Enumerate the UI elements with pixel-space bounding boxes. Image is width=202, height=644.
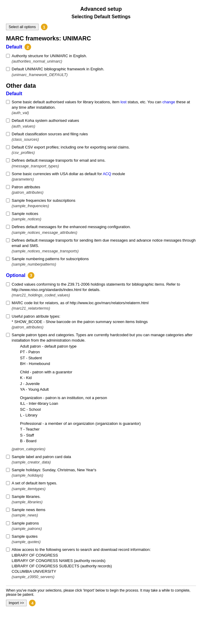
patron-group-adult: Adult patron - default patron type PT - …	[20, 343, 196, 367]
other-default-item-3: Default classification sources and filin…	[6, 131, 196, 142]
optional-item-5: Sample holidays: Sunday, Christmas, New …	[6, 467, 196, 478]
optional-item-7: Sample libraries. (sample_libraries)	[6, 494, 196, 505]
optional-item-3: Useful patron atribute types:* SHOW_BCOD…	[6, 314, 196, 330]
page-subtitle: Selecting Default Settings	[6, 14, 196, 19]
patron-group-organization: Organization - patron is an institution,…	[20, 395, 196, 418]
other-section: Other data Default Some basic default au…	[6, 82, 196, 580]
optional-item-10: Sample quotes (sample_quotes)	[6, 534, 196, 545]
optional-cb-8[interactable]	[6, 508, 10, 512]
other-default-item-6: Some basic currencies with USA dollar as…	[6, 171, 196, 182]
patron-group-child: Child - patron with a guarantor K - Kid …	[20, 369, 196, 393]
optional-cb-2[interactable]	[6, 301, 10, 305]
optional-cb-5[interactable]	[6, 468, 10, 472]
marc-checkbox-1[interactable]	[6, 54, 10, 58]
other-default-item-4: Default CSV export profiles; including o…	[6, 145, 196, 155]
other-default-item-9: Sample notices (sample_notices)	[6, 211, 196, 222]
other-section-title: Other data	[6, 82, 196, 89]
other-default-cb-11[interactable]	[6, 238, 10, 242]
other-default-item-1: Some basic default authorised values for…	[6, 99, 196, 116]
other-default-cb-3[interactable]	[6, 132, 10, 136]
optional-cb-3[interactable]	[6, 314, 10, 318]
other-default-cb-6[interactable]	[6, 172, 10, 176]
optional-cb-6[interactable]	[6, 481, 10, 485]
other-default-item-10: Defines default messages for the enhance…	[6, 224, 196, 235]
optional-cb-patron-categories[interactable]	[6, 333, 10, 337]
marc-item-1-italic: (authorities_normal_unimarc)	[12, 59, 62, 63]
import-button[interactable]: Import >>	[6, 600, 27, 606]
badge-3: 3	[28, 272, 34, 279]
select-all-row: Select all options 1	[6, 24, 196, 30]
other-subsection-optional: Optional 3	[6, 272, 196, 279]
other-default-cb-1[interactable]	[6, 100, 10, 104]
other-default-cb-8[interactable]	[6, 198, 10, 202]
optional-cb-9[interactable]	[6, 521, 10, 525]
marc-section: MARC frameworks: UNIMARC Default 2 Autho…	[6, 35, 196, 78]
optional-cb-11[interactable]	[6, 548, 10, 551]
other-default-cb-7[interactable]	[6, 185, 10, 189]
optional-cb-10[interactable]	[6, 534, 10, 538]
optional-item-patron-categories: Sample patron types and categories. Type…	[6, 332, 196, 452]
marc-item-1-text: Authority structure for UNIMARC in Engli…	[12, 54, 87, 58]
optional-item-6: A set of default item types. (sample_ite…	[6, 481, 196, 491]
select-all-button[interactable]: Select all options	[6, 24, 39, 30]
optional-item-1: Coded values conforming to the Z39.71-20…	[6, 282, 196, 298]
marc-checkbox-2[interactable]	[6, 67, 10, 71]
marc-item-2-text: Default UNIMARC bibliographic framework …	[12, 67, 104, 71]
footer-note: When you've made your selections, please…	[6, 586, 196, 597]
other-default-cb-2[interactable]	[6, 119, 10, 122]
optional-item-9: Sample patrons (sample_patrons)	[6, 521, 196, 531]
other-default-cb-10[interactable]	[6, 225, 10, 229]
other-default-cb-9[interactable]	[6, 212, 10, 216]
other-default-item-2: Default Koha system authorised values (a…	[6, 118, 196, 129]
marc-item-1: Authority structure for UNIMARC in Engli…	[6, 53, 196, 64]
page-title: Advanced setup	[6, 6, 196, 12]
other-default-cb-5[interactable]	[6, 158, 10, 162]
optional-cb-1[interactable]	[6, 282, 10, 286]
marc-subsection-default: Default 2	[6, 44, 196, 50]
other-default-cb-4[interactable]	[6, 145, 10, 149]
optional-item-8: Sample news items (sample_news)	[6, 507, 196, 518]
other-default-item-5: Defines default message transports for e…	[6, 158, 196, 169]
patron-group-professional: Professional - a member of an organizati…	[20, 421, 196, 444]
other-subsection-default: Default	[6, 91, 196, 96]
optional-cb-4[interactable]	[6, 455, 10, 459]
other-default-cb-12[interactable]	[6, 257, 10, 261]
optional-item-4: Sample label and patron card data (sampl…	[6, 454, 196, 465]
other-default-item-11: Defines default message transports for s…	[6, 238, 196, 254]
badge-1: 1	[41, 24, 48, 30]
marc-item-2: Default UNIMARC bibliographic framework …	[6, 66, 196, 77]
other-default-item-8: Sample frequencies for subscriptions (sa…	[6, 198, 196, 209]
badge-4: 4	[29, 600, 36, 606]
optional-item-2: MARC code list for relators, as of http:…	[6, 300, 196, 311]
marc-section-title: MARC frameworks: UNIMARC	[6, 35, 196, 42]
other-default-item-7: Patron attributes (patron_attributes)	[6, 184, 196, 195]
optional-cb-7[interactable]	[6, 495, 10, 498]
optional-item-11: Allow access to the following servers to…	[6, 547, 196, 580]
badge-2: 2	[25, 44, 31, 50]
other-default-item-12: Sample numbering patterns for subscripti…	[6, 256, 196, 267]
marc-item-2-italic: (unimarc_framework_DEFAULT)	[12, 72, 68, 77]
import-row: Import >> 4	[6, 600, 196, 606]
